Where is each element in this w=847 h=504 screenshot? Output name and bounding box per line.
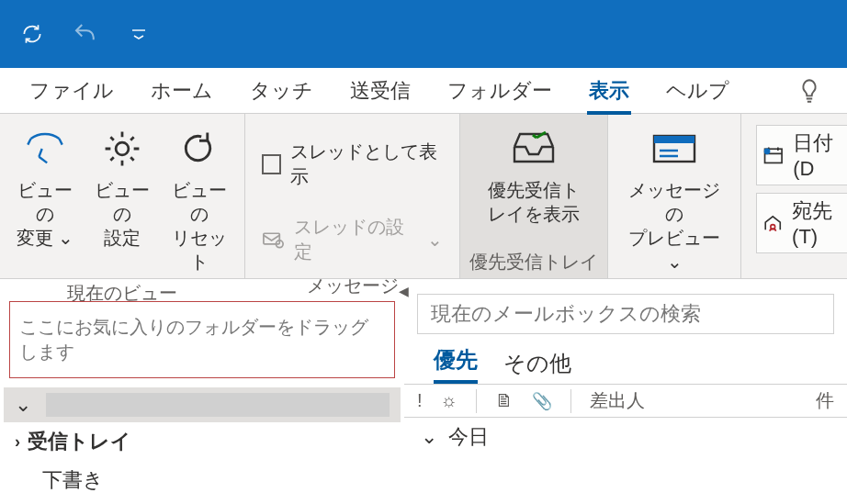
group-focused-inbox: 優先受信ト レイを表示 優先受信トレイ (460, 114, 608, 278)
quick-access-toolbar (0, 0, 847, 68)
thread-settings-icon (262, 230, 285, 250)
svg-point-6 (764, 148, 771, 154)
group-current-view: ビューの 変更 ⌄ ビューの 設定 ビューの リセット 現在のビュー (0, 114, 245, 278)
arrange-to-label: 宛先(T) (792, 197, 845, 249)
group-arrangement: 日付(D 宛先(T) (741, 114, 847, 278)
account-name-redacted (46, 393, 390, 417)
search-input[interactable]: 現在のメールボックスの検索 (417, 294, 834, 334)
tab-file[interactable]: ファイル (11, 68, 132, 114)
checkbox-icon (262, 154, 281, 174)
thread-settings-label: スレッドの設定 (294, 215, 418, 264)
show-focused-label: 優先受信ト レイを表示 (488, 178, 580, 226)
focused-other-tabs: 優先 その他 (404, 343, 847, 384)
message-preview-label: メッセージの プレビュー (628, 180, 720, 248)
today-label: 今日 (448, 423, 489, 451)
message-list-pane: 現在のメールボックスの検索 優先 その他 ! ☼ 🗎 📎 差出人 件 ⌄ 今日 (404, 279, 847, 504)
arrange-date-label: 日付(D (793, 129, 845, 181)
document-icon[interactable]: 🗎 (495, 390, 514, 411)
message-preview-button[interactable]: メッセージの プレビュー ⌄ (617, 119, 731, 277)
view-settings-button[interactable]: ビューの 設定 (86, 119, 158, 253)
view-settings-label: ビューの 設定 (90, 178, 154, 250)
show-focused-inbox-button[interactable]: 優先受信ト レイを表示 (469, 119, 598, 230)
tab-folder[interactable]: フォルダー (429, 68, 570, 114)
account-row[interactable]: ⌄ (4, 387, 401, 422)
svg-point-0 (116, 142, 129, 155)
thread-settings-button: スレッドの設定 ⌄ (254, 209, 450, 270)
chevron-down-icon: ⌄ (15, 393, 31, 417)
group-messages: スレッドとして表示 スレッドの設定 ⌄ メッセージ (245, 114, 460, 278)
date-group-today[interactable]: ⌄ 今日 (404, 418, 847, 456)
collapse-nav-icon[interactable]: ◀ (399, 284, 409, 298)
chevron-down-icon: ⌄ (421, 425, 437, 449)
from-column[interactable]: 差出人 (590, 388, 797, 413)
tell-me-icon[interactable] (783, 70, 836, 112)
customize-qat-dropdown[interactable] (123, 18, 154, 50)
svg-rect-4 (654, 136, 695, 143)
search-placeholder: 現在のメールボックスの検索 (431, 300, 701, 328)
folder-nav: ここにお気に入りのフォルダーをドラッグします ⌄ › 受信トレイ 下書き (0, 279, 404, 504)
show-as-thread-checkbox[interactable]: スレッドとして表示 (254, 134, 450, 195)
attachment-icon[interactable]: 📎 (532, 391, 552, 411)
tab-focused[interactable]: 優先 (434, 340, 478, 384)
reset-view-label: ビューの リセット (167, 178, 232, 274)
reset-view-button[interactable]: ビューの リセット (164, 119, 235, 277)
chevron-down-icon: ⌄ (427, 229, 443, 251)
nav-inbox[interactable]: › 受信トレイ (4, 422, 401, 461)
message-list-header: ! ☼ 🗎 📎 差出人 件 (404, 384, 847, 418)
nav-inbox-label: 受信トレイ (28, 428, 131, 455)
workspace: ここにお気に入りのフォルダーをドラッグします ⌄ › 受信トレイ 下書き 現在の… (0, 279, 847, 504)
arrange-by-to[interactable]: 宛先(T) (756, 193, 847, 253)
chevron-down-icon: ⌄ (58, 228, 73, 248)
group-preview: メッセージの プレビュー ⌄ (608, 114, 741, 278)
group-label-focused: 優先受信トレイ (469, 246, 598, 276)
favorites-dropzone[interactable]: ここにお気に入りのフォルダーをドラッグします (9, 301, 395, 378)
sync-icon[interactable] (17, 18, 48, 50)
nav-drafts[interactable]: 下書き (4, 461, 401, 499)
house-person-icon (762, 211, 785, 235)
tab-home[interactable]: ホーム (132, 68, 232, 114)
ribbon-body: ビューの 変更 ⌄ ビューの 設定 ビューの リセット 現在のビュー スレッドと… (0, 114, 847, 279)
change-view-button[interactable]: ビューの 変更 ⌄ (9, 119, 81, 253)
nav-drafts-label: 下書き (42, 466, 104, 494)
tab-touch[interactable]: タッチ (232, 68, 332, 114)
chevron-right-icon: › (15, 432, 20, 452)
tab-view[interactable]: 表示 (570, 68, 648, 114)
importance-icon[interactable]: ! (417, 390, 423, 411)
subject-column[interactable]: 件 (816, 388, 834, 413)
tab-sendreceive[interactable]: 送受信 (332, 68, 429, 114)
arrange-by-date[interactable]: 日付(D (756, 125, 847, 185)
undo-icon (70, 18, 101, 50)
calendar-icon (762, 143, 785, 167)
chevron-down-icon: ⌄ (667, 252, 683, 272)
show-as-thread-label: スレッドとして表示 (290, 140, 443, 189)
tab-other[interactable]: その他 (503, 343, 571, 384)
tab-help[interactable]: ヘルプ (648, 68, 748, 114)
reminder-icon[interactable]: ☼ (441, 390, 457, 411)
ribbon-tabs: ファイル ホーム タッチ 送受信 フォルダー 表示 ヘルプ (0, 68, 847, 114)
